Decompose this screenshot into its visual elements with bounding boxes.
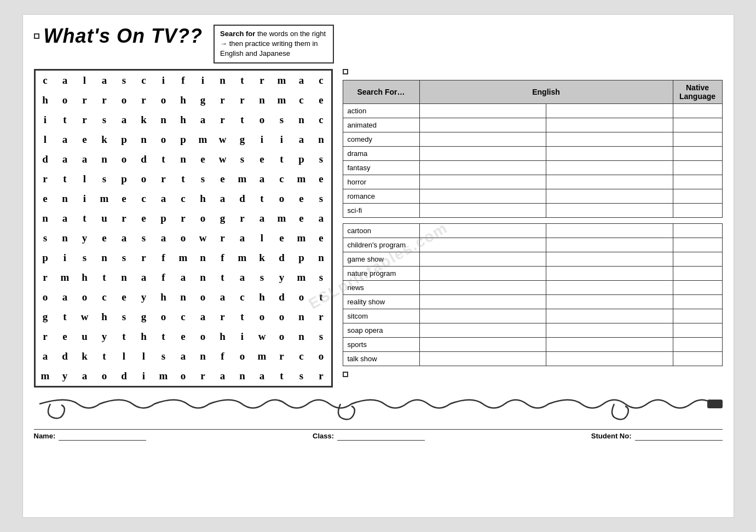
- wordsearch-cell: a: [55, 287, 75, 307]
- wordsearch-cell: a: [154, 189, 174, 209]
- wordsearch-cell: r: [193, 366, 213, 386]
- wordsearch-cell: n: [233, 366, 252, 386]
- wordsearch-cell: n: [55, 228, 75, 248]
- wordsearch-cell: o: [272, 307, 292, 327]
- table-row: talk show: [343, 351, 722, 366]
- native-cell: [673, 189, 722, 203]
- wordsearch-cell: r: [213, 307, 233, 327]
- wordsearch-cell: o: [233, 346, 252, 366]
- wordsearch-cell: m: [95, 189, 114, 209]
- right-top-dot: [343, 69, 348, 74]
- wordsearch-cell: r: [75, 110, 95, 130]
- wordsearch-cell: a: [174, 346, 193, 366]
- wordsearch-cell: n: [154, 110, 174, 130]
- wordsearch-cell: i: [252, 130, 272, 149]
- wordsearch-cell: o: [114, 149, 134, 169]
- wordsearch-cell: y: [134, 287, 154, 307]
- wordsearch-cell: t: [272, 149, 292, 169]
- practice-cell-1: [419, 238, 546, 252]
- wordsearch-cell: e: [311, 90, 331, 110]
- wordsearch-cell: o: [55, 90, 75, 110]
- wordsearch-cell: i: [55, 248, 75, 268]
- wordsearch-cell: a: [233, 228, 252, 248]
- wordsearch-cell: r: [233, 209, 252, 228]
- word-cell: sitcom: [343, 309, 419, 323]
- wordsearch-cell: c: [292, 90, 311, 110]
- word-cell: animated: [343, 118, 419, 132]
- wordsearch-cell: o: [134, 169, 154, 189]
- wordsearch-cell: s: [311, 149, 331, 169]
- wordsearch-cell: y: [75, 228, 95, 248]
- right-panel: Search For… English Native Language acti…: [343, 69, 723, 388]
- wordsearch-cell: h: [95, 307, 114, 327]
- wordsearch-cell: s: [36, 228, 55, 248]
- word-cell: comedy: [343, 132, 419, 146]
- wordsearch-cell: f: [174, 71, 193, 90]
- word-cell: game show: [343, 252, 419, 266]
- table-row: game show: [343, 252, 722, 266]
- table-row: children's program: [343, 238, 722, 252]
- table-row: sports: [343, 337, 722, 351]
- wordsearch-row: gtwhsgocartoonr: [36, 307, 331, 327]
- wordsearch-cell: h: [252, 287, 272, 307]
- wordsearch-cell: i: [233, 327, 252, 346]
- word-cell: cartoon: [343, 223, 419, 238]
- wordsearch-row: laekpnopmwgiian: [36, 130, 331, 149]
- wordsearch-cell: s: [95, 169, 114, 189]
- wordsearch-cell: o: [193, 287, 213, 307]
- native-cell: [673, 351, 722, 366]
- table-row: reality show: [343, 294, 722, 309]
- wordsearch-row: daanodtnewsetps: [36, 149, 331, 169]
- vocab-table: Search For… English Native Language acti…: [343, 80, 723, 366]
- practice-cell-2: [546, 280, 673, 294]
- footer-student-field: Student No:: [591, 432, 723, 441]
- wordsearch-cell: d: [233, 189, 252, 209]
- wordsearch-cell: r: [252, 71, 272, 90]
- wordsearch-cell: m: [292, 268, 311, 287]
- wordsearch-row: adktllsanfomrco: [36, 346, 331, 366]
- wordsearch-cell: e: [193, 149, 213, 169]
- wordsearch-cell: w: [213, 149, 233, 169]
- wordsearch-cell: e: [95, 228, 114, 248]
- wordsearch-cell: k: [75, 346, 95, 366]
- practice-cell-1: [419, 323, 546, 337]
- wordsearch-cell: n: [292, 110, 311, 130]
- wordsearch-cell: a: [213, 189, 233, 209]
- native-cell: [673, 175, 722, 189]
- wordsearch-cell: o: [193, 327, 213, 346]
- table-row: romance: [343, 189, 722, 203]
- table-row: horror: [343, 175, 722, 189]
- practice-cell-1: [419, 160, 546, 175]
- wordsearch-cell: y: [55, 366, 75, 386]
- wordsearch-cell: h: [174, 110, 193, 130]
- wordsearch-cell: e: [134, 209, 154, 228]
- wordsearch-cell: o: [174, 366, 193, 386]
- wordsearch-cell: a: [193, 307, 213, 327]
- wordsearch-cell: n: [292, 307, 311, 327]
- wordsearch-cell: a: [55, 209, 75, 228]
- wordsearch-cell: o: [193, 209, 213, 228]
- wordsearch-cell: a: [114, 228, 134, 248]
- wordsearch-row: reuythteohiwons: [36, 327, 331, 346]
- wordsearch-cell: r: [134, 248, 154, 268]
- wordsearch-cell: h: [154, 287, 174, 307]
- practice-cell-2: [546, 294, 673, 309]
- wordsearch-cell: d: [272, 287, 292, 307]
- wordsearch-cell: e: [36, 189, 55, 209]
- wordsearch-cell: r: [114, 209, 134, 228]
- wordsearch-cell: h: [134, 327, 154, 346]
- wordsearch-cell: a: [213, 366, 233, 386]
- wordsearch-row: rtlsportsemacme: [36, 169, 331, 189]
- wordsearch-cell: m: [193, 130, 213, 149]
- wordsearch-row: enimecachadtoes: [36, 189, 331, 209]
- wordsearch-cell: e: [292, 209, 311, 228]
- wordsearch-cell: a: [252, 366, 272, 386]
- header: What's On TV?? Search for the words on t…: [34, 25, 723, 63]
- footer-name-field: Name:: [34, 432, 147, 441]
- practice-cell-1: [419, 294, 546, 309]
- practice-cell-1: [419, 252, 546, 266]
- class-line: [337, 432, 425, 441]
- wordsearch-cell: t: [55, 169, 75, 189]
- wordsearch-cell: a: [95, 71, 114, 90]
- wordsearch-cell: r: [213, 110, 233, 130]
